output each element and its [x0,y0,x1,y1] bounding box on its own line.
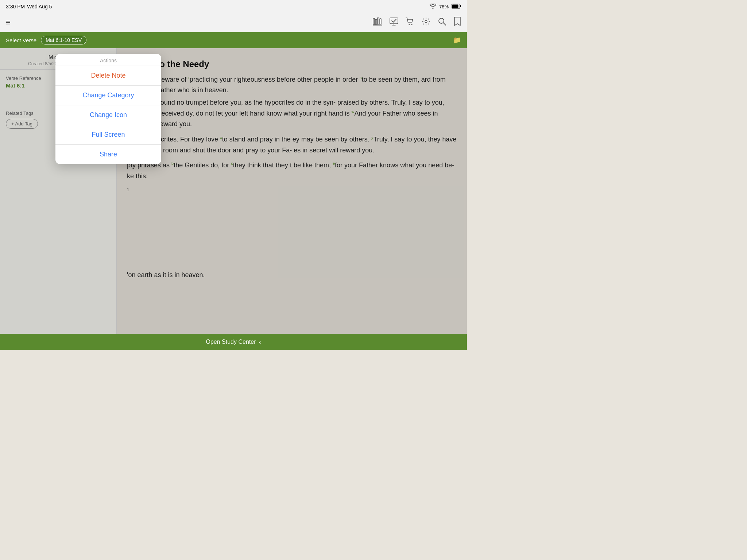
svg-point-13 [425,20,427,23]
battery-display: 78% [439,4,449,9]
status-right: 78% [430,4,461,10]
svg-rect-8 [390,18,398,24]
svg-rect-6 [380,19,381,25]
wifi-icon [430,4,436,10]
change-category-button[interactable]: Change Category [55,86,161,105]
select-verse-label[interactable]: Select Verse [6,37,36,43]
open-study-center-label: Open Study Center [206,339,256,345]
arrow-icon: ‹ [259,338,261,346]
verse-badge[interactable]: Mat 6:1-10 ESV [41,36,86,44]
cart-icon[interactable] [406,18,414,28]
change-icon-button[interactable]: Change Icon [55,105,161,125]
time-display: 3:30 PM [6,4,25,9]
bookshelf-icon[interactable] [373,18,382,28]
full-screen-button[interactable]: Full Screen [55,125,161,145]
top-toolbar: ≡ [0,13,467,32]
search-icon[interactable] [438,17,446,28]
svg-rect-3 [373,18,375,25]
bookmark-icon[interactable] [454,17,461,28]
actions-popup: Actions Delete Note Change Category Chan… [55,54,161,164]
share-button[interactable]: Share [55,145,161,164]
menu-button[interactable]: ≡ [6,18,11,27]
checkmark-icon[interactable] [390,18,398,28]
svg-rect-4 [375,19,377,25]
status-left: 3:30 PM Wed Aug 5 [6,4,52,9]
svg-point-12 [411,24,413,25]
svg-rect-1 [460,5,461,7]
svg-rect-5 [378,18,379,25]
settings-icon[interactable] [422,17,430,28]
actions-header: Actions [55,54,161,66]
date-display: Wed Aug 5 [27,4,52,9]
delete-note-button[interactable]: Delete Note [55,66,161,86]
battery-icon [452,4,461,10]
main-content: Mat 6:1 Created 8/5/20 Updated 8/5/20 ··… [0,48,467,334]
svg-line-15 [444,23,446,25]
bottom-bar[interactable]: Open Study Center ‹ [0,334,467,350]
folder-icon[interactable]: 📁 [453,36,461,44]
svg-rect-2 [452,4,458,8]
status-bar: 3:30 PM Wed Aug 5 78% [0,0,467,13]
toolbar-right [373,17,461,28]
verse-bar: Select Verse Mat 6:1-10 ESV 📁 [0,32,467,48]
svg-point-11 [409,24,410,25]
toolbar-left: ≡ [6,18,11,27]
